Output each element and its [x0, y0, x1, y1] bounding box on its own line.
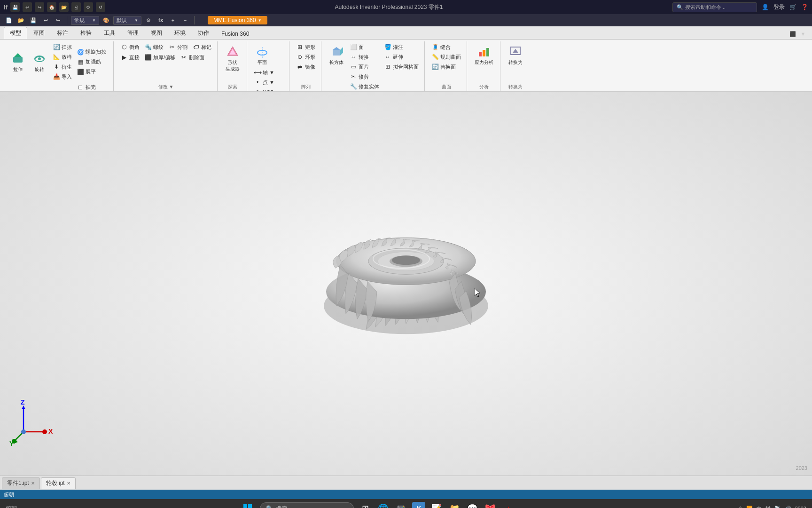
btn-mark[interactable]: 🏷 标记 — [190, 42, 213, 52]
wechat-icon[interactable]: 💬 — [466, 502, 479, 508]
qa-plus[interactable]: + — [168, 15, 178, 25]
btn-repair[interactable]: 🔧 修复实体 — [348, 82, 381, 91]
wifi-icon[interactable]: 📡 — [774, 506, 781, 508]
pinyin-icon[interactable]: 拼 — [765, 505, 771, 508]
btn-circ-array[interactable]: ⊙ 环形 — [294, 52, 317, 62]
help-icon[interactable]: ❓ — [801, 4, 808, 10]
btn-fill[interactable]: 🪣 灌注 — [382, 42, 421, 52]
cart-icon[interactable]: 🛒 — [789, 4, 796, 10]
sticky-notes[interactable]: 📝 — [430, 502, 443, 508]
point-arrow[interactable]: ▼ — [269, 79, 274, 85]
tab-hub-close[interactable]: ✕ — [67, 481, 70, 486]
qa-save[interactable]: 💾 — [28, 15, 39, 25]
qa-redo[interactable]: ↪ — [53, 15, 63, 25]
tab-sketch[interactable]: 草图 — [27, 27, 51, 39]
btn-direct[interactable]: ▶ 直接 — [118, 53, 141, 62]
app-k[interactable]: K — [412, 502, 425, 508]
network-icon[interactable]: 📶 — [746, 506, 753, 508]
fusion-360-tab[interactable]: MME Fusion 360 ▼ — [208, 16, 267, 24]
save-icon[interactable]: 💾 — [10, 2, 20, 12]
search-box[interactable]: 🔍 搜索帮助和命令... — [672, 2, 757, 12]
btn-thread[interactable]: 🔩 螺纹 — [142, 42, 165, 52]
btn-convert[interactable]: ↔ 转换 — [348, 52, 381, 62]
style-dropdown[interactable]: 常规 ▼ — [71, 16, 99, 25]
lang-zh[interactable]: 中 — [757, 505, 762, 508]
btn-helix[interactable]: 🌀 螺旋扫掠 — [75, 48, 108, 57]
axis-arrow[interactable]: ▼ — [269, 70, 274, 75]
tab-part1-close[interactable]: ✕ — [31, 481, 35, 486]
btn-revolve[interactable]: 旋转 — [29, 49, 50, 75]
btn-stress[interactable]: 应力分析 — [472, 42, 496, 68]
btn-convert-to[interactable]: 转换为 — [505, 42, 526, 68]
btn-delete-face2[interactable]: ✂ 删除面 — [178, 53, 206, 62]
btn-stitch[interactable]: 🧵 缝合 — [429, 42, 463, 52]
btn-patch[interactable]: ▭ 面片 — [348, 62, 381, 71]
qa-color[interactable]: 🎨 — [101, 15, 111, 25]
volume-icon[interactable]: 🔊 — [785, 506, 791, 508]
tab-environment[interactable]: 环境 — [168, 27, 192, 39]
btn-axis[interactable]: ⟷ 轴 ▼ — [252, 68, 285, 77]
undo-icon[interactable]: ↩ — [23, 2, 32, 12]
qa-options[interactable]: ⚙ — [143, 15, 154, 25]
qa-new[interactable]: 📄 — [4, 15, 14, 25]
btn-extend[interactable]: ↔ 延伸 — [382, 52, 421, 62]
file-explorer[interactable]: 📁 — [448, 502, 461, 508]
systray-up[interactable]: ⌃ — [738, 506, 742, 508]
btn-trim[interactable]: ✂ 修剪 — [348, 72, 381, 81]
tab-hub[interactable]: 轮毂.ipt ✕ — [41, 477, 76, 489]
btn-derive[interactable]: ⬇ 衍生 — [51, 62, 74, 71]
viewport-arrow[interactable]: ▼ — [798, 29, 808, 39]
tab-tools[interactable]: 工具 — [98, 27, 121, 39]
tab-part1[interactable]: 零件1.ipt ✕ — [2, 477, 40, 489]
steam-icon[interactable]: 🎮 — [394, 502, 407, 508]
taskbar-search[interactable]: 🔍 搜索 — [260, 502, 354, 508]
open-icon[interactable]: 📂 — [59, 2, 69, 12]
btn-extrude[interactable]: 拉伸 — [8, 49, 28, 75]
qa-minus[interactable]: − — [180, 15, 190, 25]
btn-unfold[interactable]: ⬛ 展平 — [75, 67, 108, 77]
btn-shape-gen[interactable]: 形状 生成器 — [222, 42, 243, 74]
qa-undo[interactable]: ↩ — [40, 15, 51, 25]
btn-point[interactable]: • 点 ▼ — [252, 78, 285, 87]
settings-icon[interactable]: ⚙ — [84, 2, 93, 12]
modify-arrow[interactable]: ▼ — [169, 84, 174, 89]
btn-ucs[interactable]: ⊕ UCS — [252, 87, 285, 91]
btn-replace-face[interactable]: 🔄 替换面 — [429, 62, 463, 71]
btn-chamfer[interactable]: ⬡ 倒角 — [118, 42, 141, 52]
btn-import[interactable]: 📥 导入 — [51, 72, 74, 81]
tab-inspect[interactable]: 检验 — [74, 27, 98, 39]
app-pink[interactable]: 🎀 — [484, 502, 497, 508]
tab-fusion360[interactable]: Fusion 360 — [215, 28, 255, 39]
default-dropdown[interactable]: 默认 ▼ — [113, 16, 141, 25]
btn-sweep[interactable]: 🔄 扫掠 — [51, 42, 74, 52]
viewport[interactable]: Z X Y 2023 — [0, 92, 812, 476]
windows-button[interactable] — [240, 501, 255, 508]
btn-box[interactable]: 长方体 — [326, 42, 347, 91]
app-red[interactable]: ♪ — [501, 502, 515, 508]
qa-fx[interactable]: fx — [156, 15, 166, 25]
btn-plane[interactable]: 平面 — [252, 42, 273, 68]
tab-collaborate[interactable]: 协作 — [192, 27, 215, 39]
btn-rect-array[interactable]: ⊞ 矩形 — [294, 42, 317, 52]
viewport-btn[interactable]: ⬛ — [788, 29, 798, 39]
btn-rule-surface[interactable]: 📏 规则曲面 — [429, 52, 463, 62]
btn-rib[interactable]: ▦ 加强筋 — [75, 57, 108, 67]
tab-annotation[interactable]: 标注 — [51, 27, 74, 39]
taskview-button[interactable]: ⊞ — [359, 502, 372, 508]
refresh-icon[interactable]: ↺ — [96, 2, 105, 12]
home-icon[interactable]: 🏠 — [47, 2, 56, 12]
btn-shell[interactable]: ◻ 抽壳 — [75, 82, 109, 91]
btn-face[interactable]: ⬜ 面 — [348, 42, 381, 52]
redo-icon[interactable]: ↪ — [35, 2, 44, 12]
tab-model[interactable]: 模型 — [4, 27, 27, 39]
qa-open[interactable]: 📂 — [16, 15, 26, 25]
btn-loft[interactable]: 📐 放样 — [51, 52, 74, 62]
edge-browser[interactable]: 🌐 — [376, 502, 390, 508]
btn-mirror[interactable]: ⇌ 镜像 — [294, 62, 317, 71]
btn-mesh[interactable]: ⊞ 拟合网格面 — [382, 62, 421, 71]
btn-thicken2[interactable]: ⬛ 加厚/偏移 — [142, 53, 177, 62]
tab-view[interactable]: 视图 — [145, 27, 168, 39]
tab-manage[interactable]: 管理 — [121, 27, 145, 39]
viewport-options[interactable]: ⬛ ▼ — [788, 29, 808, 39]
login-button[interactable]: 登录 — [773, 3, 785, 11]
